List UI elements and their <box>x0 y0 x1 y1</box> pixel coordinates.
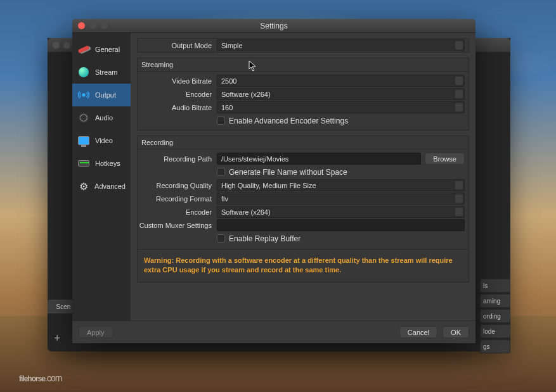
bg-button[interactable]: ls <box>480 279 510 293</box>
svg-point-0 <box>82 93 85 96</box>
settings-window: Settings General Stream Output Audio <box>72 19 475 343</box>
bg-button[interactable]: lode <box>480 324 510 338</box>
audio-bitrate-label: Audio Bitrate <box>138 104 217 111</box>
sidebar-item-label: Advanced <box>94 182 126 190</box>
sidebar-item-label: General <box>95 46 120 53</box>
sidebar-item-stream[interactable]: Stream <box>72 61 131 84</box>
sidebar-item-hotkeys[interactable]: Hotkeys <box>72 152 131 175</box>
dialog-footer: Apply Cancel OK <box>72 320 475 343</box>
monitor-icon <box>77 134 90 147</box>
sidebar-item-label: Video <box>95 137 113 144</box>
recording-path-input[interactable] <box>217 153 421 165</box>
sidebar-item-label: Stream <box>95 68 117 76</box>
window-title: Settings <box>72 22 475 30</box>
video-bitrate-input[interactable]: 2500 <box>217 75 465 87</box>
sidebar-item-label: Audio <box>95 114 113 122</box>
recording-format-label: Recording Format <box>138 195 217 203</box>
recording-encoder-select[interactable]: Software (x264) <box>217 206 465 218</box>
browse-button[interactable]: Browse <box>425 153 465 165</box>
minimize-icon <box>89 22 96 29</box>
recording-encoder-label: Encoder <box>138 208 217 216</box>
gears-icon: ⚙ <box>77 180 89 193</box>
watermark-logo: filehorse.com <box>19 366 61 386</box>
sidebar-item-advanced[interactable]: ⚙ Advanced <box>72 175 131 198</box>
keyboard-icon <box>77 157 90 170</box>
recording-path-label: Recording Path <box>138 155 217 163</box>
streaming-section-title: Streaming <box>138 58 469 72</box>
ok-button[interactable]: OK <box>443 326 469 338</box>
maximize-icon <box>101 22 108 29</box>
bg-button[interactable]: ording <box>480 309 510 323</box>
checkbox-icon <box>217 168 225 176</box>
checkbox-label: Enable Advanced Encoder Settings <box>229 117 348 125</box>
custom-muxer-input[interactable] <box>217 219 465 231</box>
stream-encoder-label: Encoder <box>138 91 217 98</box>
apply-button[interactable]: Apply <box>79 326 113 338</box>
recording-quality-select[interactable]: High Quality, Medium File Size <box>217 179 465 191</box>
video-bitrate-label: Video Bitrate <box>138 77 217 85</box>
add-scene-button[interactable]: + <box>54 332 61 345</box>
checkbox-label: Enable Replay Buffer <box>229 234 301 243</box>
generate-filename-checkbox[interactable]: Generate File Name without Space <box>217 168 347 177</box>
sidebar-item-output[interactable]: Output <box>72 84 131 106</box>
speaker-icon <box>77 111 90 124</box>
sidebar-item-general[interactable]: General <box>72 38 131 61</box>
wrench-icon <box>77 43 90 56</box>
titlebar: Settings <box>72 19 475 33</box>
recording-section-title: Recording <box>138 136 469 149</box>
watermark-name: filehorse <box>19 374 45 383</box>
checkbox-label: Generate File Name without Space <box>229 168 347 177</box>
enable-replay-buffer-checkbox[interactable]: Enable Replay Buffer <box>217 234 301 243</box>
sidebar-item-label: Hotkeys <box>95 160 120 167</box>
watermark-suffix: .com <box>45 373 61 383</box>
output-mode-select[interactable]: Simple <box>217 39 465 51</box>
settings-content: Output Mode Simple Streaming Video Bitra… <box>131 33 475 320</box>
stream-encoder-select[interactable]: Software (x264) <box>217 88 465 100</box>
bg-button[interactable]: aming <box>480 294 510 308</box>
close-icon[interactable] <box>78 22 85 29</box>
checkbox-icon <box>217 117 225 125</box>
settings-sidebar: General Stream Output Audio Video <box>72 33 131 320</box>
sidebar-item-audio[interactable]: Audio <box>72 106 131 129</box>
output-mode-label: Output Mode <box>138 42 217 49</box>
sidebar-item-video[interactable]: Video <box>72 129 131 152</box>
cancel-button[interactable]: Cancel <box>399 326 437 338</box>
audio-bitrate-select[interactable]: 160 <box>217 101 465 113</box>
checkbox-icon <box>217 234 225 243</box>
bg-button[interactable]: gs <box>480 339 510 353</box>
traffic-light <box>53 42 60 49</box>
traffic-light <box>63 42 70 49</box>
broadcast-icon <box>77 89 90 101</box>
warning-text: Warning: Recording with a software encod… <box>138 249 469 282</box>
recording-quality-label: Recording Quality <box>138 182 217 189</box>
recording-format-select[interactable]: flv <box>217 193 465 205</box>
globe-icon <box>77 66 90 79</box>
custom-muxer-label: Custom Muxer Settings <box>138 222 217 229</box>
enable-advanced-encoder-checkbox[interactable]: Enable Advanced Encoder Settings <box>217 117 348 125</box>
sidebar-item-label: Output <box>95 91 116 99</box>
